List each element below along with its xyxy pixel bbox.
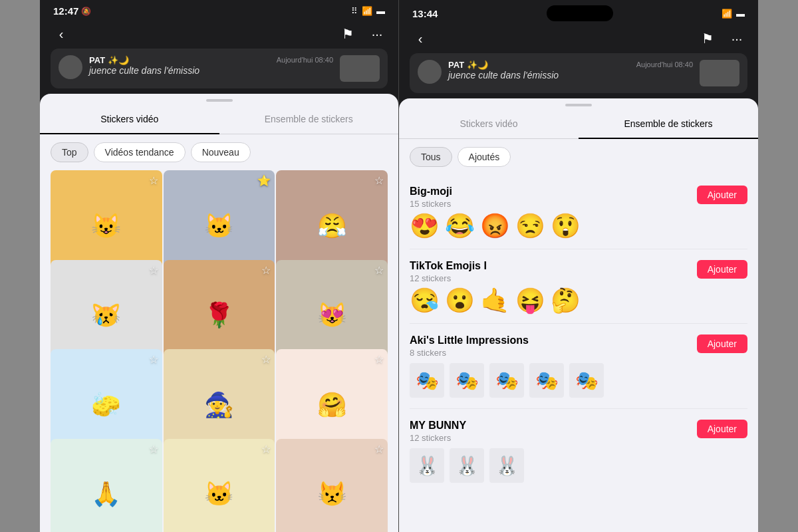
- sticker-cell-11[interactable]: 🐱 ☆: [164, 439, 275, 533]
- chip-top[interactable]: Top: [51, 142, 88, 162]
- tab-video-stickers-left[interactable]: Stickers vidéo: [40, 104, 219, 134]
- set-count-tiktok: 12 stickers: [410, 273, 697, 283]
- status-icons-right: 📶 ▬: [722, 9, 745, 19]
- back-button-left[interactable]: ‹: [51, 23, 72, 45]
- sticker-grid-left: 😺 ☆ 🐱 ⭐ 😤 ☆ 😿 ☆ 🌹 ☆ 😻 ☆: [40, 170, 398, 532]
- set-emojis-aki: 🎭 🎭 🎭 🎭 🎭: [410, 363, 747, 398]
- star-icon-11: ☆: [261, 443, 271, 456]
- set-name-tiktok: TikTok Emojis I: [410, 260, 697, 272]
- message-content-left: PAT ✨🌙 Aujourd'hui 08:40 juence culte da…: [89, 55, 333, 76]
- tiktok-emoji-5: 🤔: [551, 289, 581, 313]
- star-icon-10: ☆: [149, 443, 158, 456]
- chip-tous[interactable]: Tous: [410, 147, 452, 167]
- message-thumb-right: [700, 60, 739, 86]
- tab-sticker-sets-right[interactable]: Ensemble de stickers: [579, 109, 758, 138]
- set-name-big-moji: Big-moji: [410, 186, 697, 198]
- sticker-set-tiktok: TikTok Emojis I 12 stickers Ajouter 😪 😮 …: [410, 249, 747, 324]
- set-count-big-moji: 15 stickers: [410, 199, 697, 209]
- star-icon-8: ☆: [261, 353, 271, 366]
- set-emojis-tiktok: 😪 😮 🤙 😝 🤔: [410, 289, 747, 313]
- set-emoji-5: 😲: [551, 214, 581, 238]
- right-phone: 13:44 📶 ▬ ‹ ⚑ ··· PAT ✨🌙 Aujourd'hui 08:…: [399, 0, 758, 532]
- message-content-right: PAT ✨🌙 Aujourd'hui 08:40 juence culte da…: [448, 60, 693, 80]
- more-button-right[interactable]: ···: [726, 28, 747, 49]
- set-emojis-big-moji: 😍 😂 😡 😒 😲: [410, 214, 747, 238]
- tabs-left: Stickers vidéo Ensemble de stickers: [40, 104, 398, 134]
- tab-sticker-sets-left[interactable]: Ensemble de stickers: [219, 104, 399, 134]
- more-button-left[interactable]: ···: [366, 23, 388, 45]
- mute-icon: 🔕: [81, 7, 91, 16]
- message-timestamp-right: Aujourd'hui 08:40: [636, 61, 693, 68]
- set-info-bunny: MY BUNNY 12 stickers: [410, 420, 697, 443]
- set-count-bunny: 12 stickers: [410, 433, 697, 443]
- chip-trending[interactable]: Vidéos tendance: [94, 142, 186, 162]
- sticker-cell-12[interactable]: 😾 ☆: [276, 439, 388, 533]
- set-name-aki: Aki's Little Impressions: [410, 334, 697, 346]
- set-header-big-moji: Big-moji 15 stickers Ajouter: [410, 186, 747, 209]
- sticker-set-aki: Aki's Little Impressions 8 stickers Ajou…: [410, 324, 747, 409]
- star-icon-2: ⭐: [257, 174, 271, 187]
- tabs-right: Stickers vidéo Ensemble de stickers: [399, 109, 758, 139]
- back-button-right[interactable]: ‹: [410, 28, 431, 49]
- avatar-left: [59, 55, 82, 79]
- nav-right-right: ⚑ ···: [697, 28, 747, 49]
- set-emojis-bunny: 🐰 🐰 🐰: [410, 448, 747, 483]
- tiktok-emoji-1: 😪: [410, 289, 440, 313]
- add-button-aki[interactable]: Ajouter: [697, 334, 747, 353]
- flag-button-left[interactable]: ⚑: [337, 23, 358, 45]
- star-icon-6: ☆: [374, 264, 384, 277]
- nav-bar-right: ‹ ⚑ ···: [399, 24, 758, 53]
- set-header-tiktok: TikTok Emojis I 12 stickers Ajouter: [410, 260, 747, 283]
- flag-button-right[interactable]: ⚑: [697, 28, 718, 49]
- filter-chips-right: Tous Ajoutés: [399, 139, 758, 175]
- set-emoji-4: 😒: [515, 214, 545, 238]
- set-info-tiktok: TikTok Emojis I 12 stickers: [410, 260, 697, 283]
- add-button-big-moji[interactable]: Ajouter: [697, 186, 747, 204]
- nav-bar-left: ‹ ⚑ ···: [40, 19, 398, 49]
- nav-right-left: ⚑ ···: [337, 23, 388, 45]
- filter-chips-left: Top Vidéos tendance Nouveau: [40, 134, 398, 170]
- star-icon-9: ☆: [374, 353, 384, 366]
- add-button-bunny[interactable]: Ajouter: [697, 420, 747, 438]
- chip-new[interactable]: Nouveau: [191, 142, 251, 162]
- signal-icon-right: 📶: [722, 9, 732, 19]
- dynamic-island-pill: [547, 5, 613, 21]
- star-icon-3: ☆: [374, 174, 384, 187]
- wifi-icon: 📶: [362, 6, 372, 16]
- sticker-sets-list: Big-moji 15 stickers Ajouter 😍 😂 😡 😒 😲: [399, 175, 758, 532]
- star-icon-7: ☆: [149, 353, 158, 366]
- bunny-sticker-1: 🐰: [410, 448, 444, 483]
- aki-sticker-5: 🎭: [569, 363, 604, 398]
- tiktok-emoji-4: 😝: [515, 289, 545, 313]
- battery-icon: ▬: [376, 6, 385, 16]
- set-emoji-2: 😂: [445, 214, 475, 238]
- aki-sticker-3: 🎭: [489, 363, 524, 398]
- set-header-aki: Aki's Little Impressions 8 stickers Ajou…: [410, 334, 747, 358]
- sticker-set-bunny: MY BUNNY 12 stickers Ajouter 🐰 🐰 🐰: [410, 409, 747, 493]
- message-timestamp-left: Aujourd'hui 08:40: [277, 56, 333, 64]
- dynamic-island: [438, 5, 722, 21]
- star-icon-1: ☆: [149, 174, 158, 187]
- time-left: 12:47 🔕: [53, 5, 91, 17]
- add-button-tiktok[interactable]: Ajouter: [697, 260, 747, 279]
- message-preview-left: PAT ✨🌙 Aujourd'hui 08:40 juence culte da…: [51, 49, 388, 88]
- time-right: 13:44: [412, 8, 438, 19]
- status-bar-right: 13:44 📶 ▬: [399, 0, 758, 24]
- message-preview-right: PAT ✨🌙 Aujourd'hui 08:40 juence culte da…: [410, 53, 747, 93]
- sticker-cell-10[interactable]: 🙏 ☆: [51, 439, 162, 533]
- sticker-panel-left: Stickers vidéo Ensemble de stickers Top …: [40, 94, 398, 532]
- bunny-sticker-2: 🐰: [450, 448, 484, 483]
- star-icon-12: ☆: [374, 443, 384, 456]
- set-name-bunny: MY BUNNY: [410, 420, 697, 432]
- battery-icon-right: ▬: [736, 9, 745, 19]
- set-count-aki: 8 stickers: [410, 348, 697, 358]
- scroll-indicator-left: [206, 99, 233, 102]
- aki-sticker-4: 🎭: [529, 363, 564, 398]
- scroll-indicator-right: [565, 104, 592, 106]
- chip-ajoutes[interactable]: Ajoutés: [458, 147, 511, 167]
- status-icons-left: ⠿ 📶 ▬: [351, 6, 385, 16]
- message-text-right: juence culte dans l'émissio: [448, 70, 693, 80]
- set-info-big-moji: Big-moji 15 stickers: [410, 186, 697, 209]
- tab-video-stickers-right[interactable]: Stickers vidéo: [399, 109, 579, 138]
- aki-sticker-2: 🎭: [450, 363, 484, 398]
